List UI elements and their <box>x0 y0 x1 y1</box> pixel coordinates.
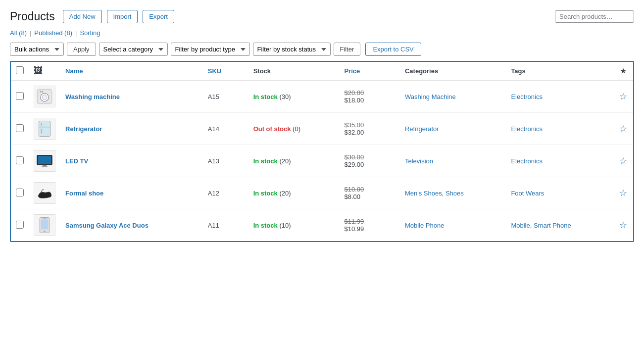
product-name-link[interactable]: LED TV <box>65 157 88 165</box>
product-sku-cell: A15 <box>203 81 248 113</box>
product-categories-cell: Washing Machine <box>400 81 506 113</box>
product-name-cell: LED TV <box>60 145 203 177</box>
category-link[interactable]: Shoes <box>446 190 464 197</box>
tag-link[interactable]: Electronics <box>511 93 543 100</box>
product-sku-cell: A11 <box>203 209 248 242</box>
sep-1: | <box>30 29 31 37</box>
svg-rect-11 <box>43 165 47 166</box>
name-col-header: Name <box>60 62 203 81</box>
select-all-header <box>11 62 29 81</box>
product-image-cell <box>29 177 60 209</box>
import-button[interactable]: Import <box>107 10 138 23</box>
tag-link[interactable]: Smart Phone <box>534 222 571 229</box>
image-col-header: 🖼 <box>29 62 60 81</box>
svg-rect-12 <box>41 166 48 167</box>
stock-status-filter-select[interactable]: Filter by stock status <box>253 43 331 56</box>
row-checkbox[interactable] <box>16 92 24 100</box>
svg-point-3 <box>40 91 41 93</box>
category-link[interactable]: Men's Shoes <box>405 190 442 197</box>
product-stock-cell: Out of stock (0) <box>248 113 340 145</box>
category-link[interactable]: Mobile Phone <box>405 222 445 229</box>
product-name-link[interactable]: Refrigerator <box>65 125 102 133</box>
price-sale: $29.00 <box>344 161 395 168</box>
product-price-cell: $30.00 $29.00 <box>339 145 400 177</box>
price-original: $35.00 <box>344 121 395 129</box>
table-row: Samsung Galaxy Ace Duos A11 In stock (10… <box>11 209 633 242</box>
product-price-cell: $20.00 $18.00 <box>339 81 400 113</box>
svg-point-2 <box>42 95 47 100</box>
select-all-checkbox[interactable] <box>16 66 24 74</box>
product-name-link[interactable]: Samsung Galaxy Ace Duos <box>65 222 149 229</box>
product-name-link[interactable]: Washing machine <box>65 93 120 100</box>
product-price-cell: $35.00 $32.00 <box>339 113 400 145</box>
bulk-actions-select[interactable]: Bulk actions <box>10 43 64 56</box>
filter-button[interactable]: Filter <box>334 43 361 56</box>
product-featured-cell: ☆ <box>613 209 633 242</box>
price-sale: $10.99 <box>344 225 395 233</box>
featured-toggle-button[interactable]: ☆ <box>619 92 627 101</box>
price-sale: $32.00 <box>344 129 395 136</box>
featured-toggle-button[interactable]: ☆ <box>619 124 627 133</box>
category-link[interactable]: Washing Machine <box>405 93 456 100</box>
product-stock-cell: In stock (20) <box>248 145 340 177</box>
stock-status: In stock <box>253 190 278 197</box>
filter-sorting-link[interactable]: Sorting <box>80 29 100 37</box>
stock-qty: (20) <box>279 190 291 197</box>
category-link[interactable]: Refrigerator <box>405 125 439 133</box>
product-featured-cell: ☆ <box>613 81 633 113</box>
categories-col-header: Categories <box>400 62 506 81</box>
price-original: $10.00 <box>344 186 395 193</box>
price-col-header: Price <box>339 62 400 81</box>
product-image-cell <box>29 209 60 242</box>
product-image-cell <box>29 145 60 177</box>
product-featured-cell: ☆ <box>613 177 633 209</box>
tag-link[interactable]: Electronics <box>511 125 543 133</box>
table-row: LED TV A13 In stock (20) $30.00 $29.00 T… <box>11 145 633 177</box>
price-sale: $8.00 <box>344 193 395 200</box>
category-filter-select[interactable]: Select a category <box>99 43 168 56</box>
stock-status: Out of stock <box>253 125 291 133</box>
tag-link[interactable]: Foot Wears <box>511 190 544 197</box>
product-name-link[interactable]: Formal shoe <box>65 190 103 197</box>
filter-all-link[interactable]: All (8) <box>10 29 27 37</box>
page-title: Products <box>10 10 55 23</box>
product-stock-cell: In stock (10) <box>248 209 340 242</box>
filter-published-link[interactable]: Published (8) <box>34 29 72 37</box>
row-checkbox[interactable] <box>16 189 24 196</box>
tag-link[interactable]: Mobile <box>511 222 530 229</box>
svg-point-15 <box>44 231 45 232</box>
featured-toggle-button[interactable]: ☆ <box>619 221 627 230</box>
row-checkbox-cell <box>11 177 29 209</box>
featured-toggle-button[interactable]: ☆ <box>619 189 627 197</box>
product-type-filter-select[interactable]: Filter by product type <box>171 43 250 56</box>
product-categories-cell: Television <box>400 145 506 177</box>
product-image-cell <box>29 81 60 113</box>
row-checkbox[interactable] <box>16 156 24 164</box>
stock-qty: (10) <box>279 222 291 229</box>
add-new-button[interactable]: Add New <box>63 10 102 23</box>
table-row: Formal shoe A12 In stock (20) $10.00 $8.… <box>11 177 633 209</box>
row-checkbox-cell <box>11 81 29 113</box>
export-button[interactable]: Export <box>143 10 174 23</box>
search-input[interactable] <box>555 10 634 23</box>
apply-button[interactable]: Apply <box>67 43 96 56</box>
category-link[interactable]: Television <box>405 157 433 165</box>
product-name-cell: Samsung Galaxy Ace Duos <box>60 209 203 242</box>
product-price-cell: $11.99 $10.99 <box>339 209 400 242</box>
product-featured-cell: ☆ <box>613 145 633 177</box>
export-csv-button[interactable]: Export to CSV <box>365 43 421 56</box>
product-image <box>34 182 55 204</box>
product-name-cell: Refrigerator <box>60 113 203 145</box>
featured-toggle-button[interactable]: ☆ <box>619 156 627 165</box>
price-original: $20.00 <box>344 89 395 97</box>
product-tags-cell: Electronics <box>506 113 613 145</box>
row-checkbox[interactable] <box>16 124 24 132</box>
svg-point-4 <box>42 91 43 93</box>
row-checkbox[interactable] <box>16 221 24 229</box>
stock-status: In stock <box>253 157 278 165</box>
price-original: $11.99 <box>344 218 395 225</box>
table-row: Refrigerator A14 Out of stock (0) $35.00… <box>11 113 633 145</box>
row-checkbox-cell <box>11 209 29 242</box>
row-checkbox-cell <box>11 113 29 145</box>
tag-link[interactable]: Electronics <box>511 157 543 165</box>
